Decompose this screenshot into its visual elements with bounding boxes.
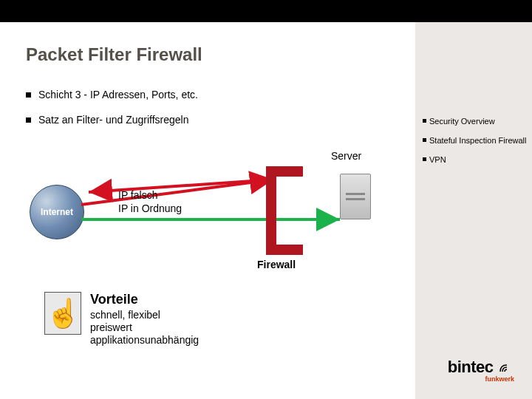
main-bullets: Schicht 3 - IP Adressen, Ports, etc. Sat… bbox=[26, 89, 198, 139]
diagram: Internet IP falsch IP in Ordnung bbox=[30, 144, 399, 284]
bullet-square-icon bbox=[26, 92, 31, 98]
advantages-line: schnell, flexibel bbox=[90, 309, 199, 321]
thumbs-up-icon: ☝ bbox=[44, 292, 81, 335]
firewall-bracket bbox=[266, 166, 303, 255]
brand-name: bintec bbox=[448, 358, 494, 376]
bullet-square-icon bbox=[423, 119, 426, 123]
brand-sub: funkwerk bbox=[448, 375, 514, 383]
arrow-green-label: IP in Ordnung bbox=[118, 202, 182, 215]
internet-globe: Internet bbox=[30, 185, 84, 239]
side-panel bbox=[415, 22, 532, 399]
internet-label: Internet bbox=[41, 207, 73, 217]
advantages-box: ☝ Vorteile schnell, flexibel preiswert a… bbox=[44, 292, 199, 347]
bullet-item: Satz an Filter- und Zugriffsregeln bbox=[26, 114, 198, 126]
bullet-item: Schicht 3 - IP Adressen, Ports, etc. bbox=[26, 89, 198, 100]
side-nav-label: Security Overview bbox=[429, 117, 495, 126]
side-nav-item: VPN bbox=[423, 155, 526, 164]
arrow-labels: IP falsch IP in Ordnung bbox=[118, 188, 182, 215]
server-label: Server bbox=[331, 150, 361, 162]
side-nav-item: Security Overview bbox=[423, 117, 526, 126]
server-icon bbox=[340, 174, 371, 219]
slide-title: Packet Filter Firewall bbox=[26, 44, 202, 65]
signal-icon bbox=[498, 361, 514, 377]
top-stripe bbox=[0, 0, 532, 22]
advantages-line: applikationsunabhängig bbox=[90, 334, 199, 347]
bullet-square-icon bbox=[423, 157, 426, 161]
advantages-heading: Vorteile bbox=[90, 292, 199, 307]
arrow-red-label: IP falsch bbox=[118, 188, 182, 202]
side-nav-item: Stateful Inspection Firewall bbox=[423, 136, 526, 145]
side-nav: Security Overview Stateful Inspection Fi… bbox=[423, 117, 526, 174]
bullet-square-icon bbox=[26, 117, 31, 123]
advantages-line: preiswert bbox=[90, 321, 199, 334]
brand-logo: bintec funkwerk bbox=[448, 358, 514, 383]
bullet-text: Schicht 3 - IP Adressen, Ports, etc. bbox=[38, 89, 198, 100]
bullet-text: Satz an Filter- und Zugriffsregeln bbox=[38, 114, 189, 126]
bullet-square-icon bbox=[423, 138, 426, 142]
side-nav-label: VPN bbox=[429, 155, 446, 164]
side-nav-label: Stateful Inspection Firewall bbox=[429, 136, 526, 145]
firewall-label: Firewall bbox=[257, 259, 296, 270]
